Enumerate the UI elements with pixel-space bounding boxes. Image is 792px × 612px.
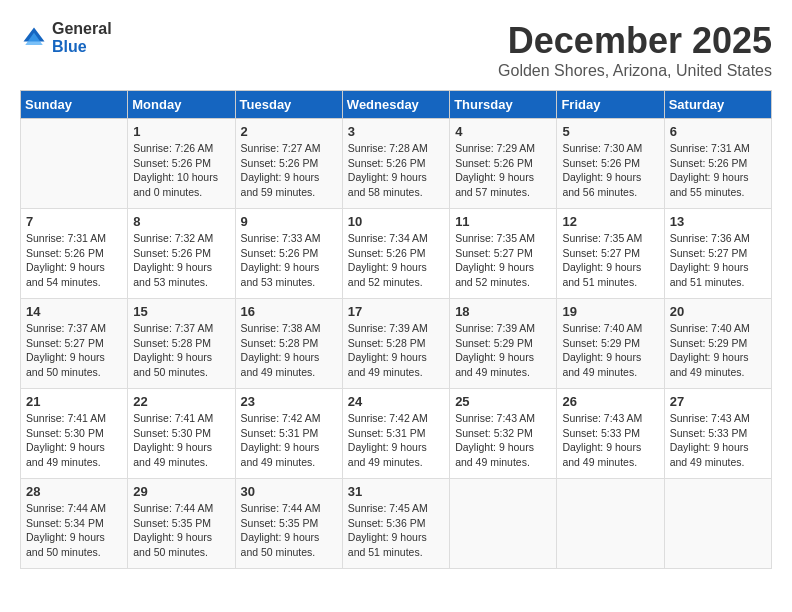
- calendar-cell: [557, 479, 664, 569]
- calendar-cell: 4Sunrise: 7:29 AM Sunset: 5:26 PM Daylig…: [450, 119, 557, 209]
- day-info: Sunrise: 7:35 AM Sunset: 5:27 PM Dayligh…: [455, 231, 551, 290]
- day-number: 30: [241, 484, 337, 499]
- day-info: Sunrise: 7:27 AM Sunset: 5:26 PM Dayligh…: [241, 141, 337, 200]
- day-number: 22: [133, 394, 229, 409]
- day-number: 4: [455, 124, 551, 139]
- calendar-table: SundayMondayTuesdayWednesdayThursdayFrid…: [20, 90, 772, 569]
- weekday-header-monday: Monday: [128, 91, 235, 119]
- day-number: 16: [241, 304, 337, 319]
- calendar-cell: 15Sunrise: 7:37 AM Sunset: 5:28 PM Dayli…: [128, 299, 235, 389]
- calendar-cell: 1Sunrise: 7:26 AM Sunset: 5:26 PM Daylig…: [128, 119, 235, 209]
- calendar-cell: 31Sunrise: 7:45 AM Sunset: 5:36 PM Dayli…: [342, 479, 449, 569]
- week-row-4: 21Sunrise: 7:41 AM Sunset: 5:30 PM Dayli…: [21, 389, 772, 479]
- day-info: Sunrise: 7:41 AM Sunset: 5:30 PM Dayligh…: [133, 411, 229, 470]
- week-row-3: 14Sunrise: 7:37 AM Sunset: 5:27 PM Dayli…: [21, 299, 772, 389]
- calendar-cell: 22Sunrise: 7:41 AM Sunset: 5:30 PM Dayli…: [128, 389, 235, 479]
- title-block: December 2025 Golden Shores, Arizona, Un…: [498, 20, 772, 80]
- weekday-header-wednesday: Wednesday: [342, 91, 449, 119]
- calendar-cell: 28Sunrise: 7:44 AM Sunset: 5:34 PM Dayli…: [21, 479, 128, 569]
- calendar-cell: 30Sunrise: 7:44 AM Sunset: 5:35 PM Dayli…: [235, 479, 342, 569]
- calendar-cell: [450, 479, 557, 569]
- calendar-cell: 25Sunrise: 7:43 AM Sunset: 5:32 PM Dayli…: [450, 389, 557, 479]
- day-info: Sunrise: 7:40 AM Sunset: 5:29 PM Dayligh…: [670, 321, 766, 380]
- day-number: 8: [133, 214, 229, 229]
- weekday-header-thursday: Thursday: [450, 91, 557, 119]
- week-row-1: 1Sunrise: 7:26 AM Sunset: 5:26 PM Daylig…: [21, 119, 772, 209]
- calendar-cell: [21, 119, 128, 209]
- day-number: 5: [562, 124, 658, 139]
- day-number: 14: [26, 304, 122, 319]
- day-number: 12: [562, 214, 658, 229]
- weekday-header-friday: Friday: [557, 91, 664, 119]
- day-info: Sunrise: 7:37 AM Sunset: 5:28 PM Dayligh…: [133, 321, 229, 380]
- calendar-cell: 17Sunrise: 7:39 AM Sunset: 5:28 PM Dayli…: [342, 299, 449, 389]
- day-number: 26: [562, 394, 658, 409]
- day-info: Sunrise: 7:34 AM Sunset: 5:26 PM Dayligh…: [348, 231, 444, 290]
- day-number: 25: [455, 394, 551, 409]
- calendar-cell: 13Sunrise: 7:36 AM Sunset: 5:27 PM Dayli…: [664, 209, 771, 299]
- day-number: 7: [26, 214, 122, 229]
- day-info: Sunrise: 7:43 AM Sunset: 5:33 PM Dayligh…: [670, 411, 766, 470]
- day-info: Sunrise: 7:33 AM Sunset: 5:26 PM Dayligh…: [241, 231, 337, 290]
- day-number: 11: [455, 214, 551, 229]
- day-number: 10: [348, 214, 444, 229]
- day-info: Sunrise: 7:44 AM Sunset: 5:35 PM Dayligh…: [241, 501, 337, 560]
- calendar-cell: 23Sunrise: 7:42 AM Sunset: 5:31 PM Dayli…: [235, 389, 342, 479]
- calendar-cell: 9Sunrise: 7:33 AM Sunset: 5:26 PM Daylig…: [235, 209, 342, 299]
- logo-text: General Blue: [52, 20, 112, 55]
- day-info: Sunrise: 7:41 AM Sunset: 5:30 PM Dayligh…: [26, 411, 122, 470]
- day-number: 18: [455, 304, 551, 319]
- calendar-cell: 11Sunrise: 7:35 AM Sunset: 5:27 PM Dayli…: [450, 209, 557, 299]
- day-number: 9: [241, 214, 337, 229]
- logo-icon: [20, 24, 48, 52]
- day-info: Sunrise: 7:45 AM Sunset: 5:36 PM Dayligh…: [348, 501, 444, 560]
- calendar-cell: 20Sunrise: 7:40 AM Sunset: 5:29 PM Dayli…: [664, 299, 771, 389]
- day-info: Sunrise: 7:30 AM Sunset: 5:26 PM Dayligh…: [562, 141, 658, 200]
- calendar-cell: 7Sunrise: 7:31 AM Sunset: 5:26 PM Daylig…: [21, 209, 128, 299]
- logo-general: General: [52, 20, 112, 37]
- day-number: 3: [348, 124, 444, 139]
- calendar-cell: 6Sunrise: 7:31 AM Sunset: 5:26 PM Daylig…: [664, 119, 771, 209]
- day-info: Sunrise: 7:42 AM Sunset: 5:31 PM Dayligh…: [241, 411, 337, 470]
- logo-blue: Blue: [52, 38, 87, 55]
- weekday-header-tuesday: Tuesday: [235, 91, 342, 119]
- day-number: 15: [133, 304, 229, 319]
- calendar-cell: 10Sunrise: 7:34 AM Sunset: 5:26 PM Dayli…: [342, 209, 449, 299]
- day-info: Sunrise: 7:36 AM Sunset: 5:27 PM Dayligh…: [670, 231, 766, 290]
- day-number: 13: [670, 214, 766, 229]
- page-header: General Blue December 2025 Golden Shores…: [20, 20, 772, 80]
- day-info: Sunrise: 7:40 AM Sunset: 5:29 PM Dayligh…: [562, 321, 658, 380]
- week-row-5: 28Sunrise: 7:44 AM Sunset: 5:34 PM Dayli…: [21, 479, 772, 569]
- day-info: Sunrise: 7:43 AM Sunset: 5:33 PM Dayligh…: [562, 411, 658, 470]
- day-info: Sunrise: 7:37 AM Sunset: 5:27 PM Dayligh…: [26, 321, 122, 380]
- calendar-cell: 16Sunrise: 7:38 AM Sunset: 5:28 PM Dayli…: [235, 299, 342, 389]
- calendar-cell: 29Sunrise: 7:44 AM Sunset: 5:35 PM Dayli…: [128, 479, 235, 569]
- week-row-2: 7Sunrise: 7:31 AM Sunset: 5:26 PM Daylig…: [21, 209, 772, 299]
- day-number: 21: [26, 394, 122, 409]
- day-info: Sunrise: 7:35 AM Sunset: 5:27 PM Dayligh…: [562, 231, 658, 290]
- day-number: 2: [241, 124, 337, 139]
- day-info: Sunrise: 7:29 AM Sunset: 5:26 PM Dayligh…: [455, 141, 551, 200]
- day-number: 20: [670, 304, 766, 319]
- day-info: Sunrise: 7:44 AM Sunset: 5:35 PM Dayligh…: [133, 501, 229, 560]
- day-number: 1: [133, 124, 229, 139]
- month-title: December 2025: [498, 20, 772, 62]
- day-info: Sunrise: 7:32 AM Sunset: 5:26 PM Dayligh…: [133, 231, 229, 290]
- day-info: Sunrise: 7:43 AM Sunset: 5:32 PM Dayligh…: [455, 411, 551, 470]
- day-info: Sunrise: 7:38 AM Sunset: 5:28 PM Dayligh…: [241, 321, 337, 380]
- weekday-header-row: SundayMondayTuesdayWednesdayThursdayFrid…: [21, 91, 772, 119]
- calendar-cell: 14Sunrise: 7:37 AM Sunset: 5:27 PM Dayli…: [21, 299, 128, 389]
- day-number: 28: [26, 484, 122, 499]
- calendar-cell: 8Sunrise: 7:32 AM Sunset: 5:26 PM Daylig…: [128, 209, 235, 299]
- weekday-header-saturday: Saturday: [664, 91, 771, 119]
- calendar-cell: 18Sunrise: 7:39 AM Sunset: 5:29 PM Dayli…: [450, 299, 557, 389]
- calendar-cell: 3Sunrise: 7:28 AM Sunset: 5:26 PM Daylig…: [342, 119, 449, 209]
- calendar-cell: 12Sunrise: 7:35 AM Sunset: 5:27 PM Dayli…: [557, 209, 664, 299]
- calendar-cell: 27Sunrise: 7:43 AM Sunset: 5:33 PM Dayli…: [664, 389, 771, 479]
- day-number: 24: [348, 394, 444, 409]
- day-number: 19: [562, 304, 658, 319]
- calendar-cell: 2Sunrise: 7:27 AM Sunset: 5:26 PM Daylig…: [235, 119, 342, 209]
- day-number: 6: [670, 124, 766, 139]
- day-info: Sunrise: 7:39 AM Sunset: 5:29 PM Dayligh…: [455, 321, 551, 380]
- day-number: 27: [670, 394, 766, 409]
